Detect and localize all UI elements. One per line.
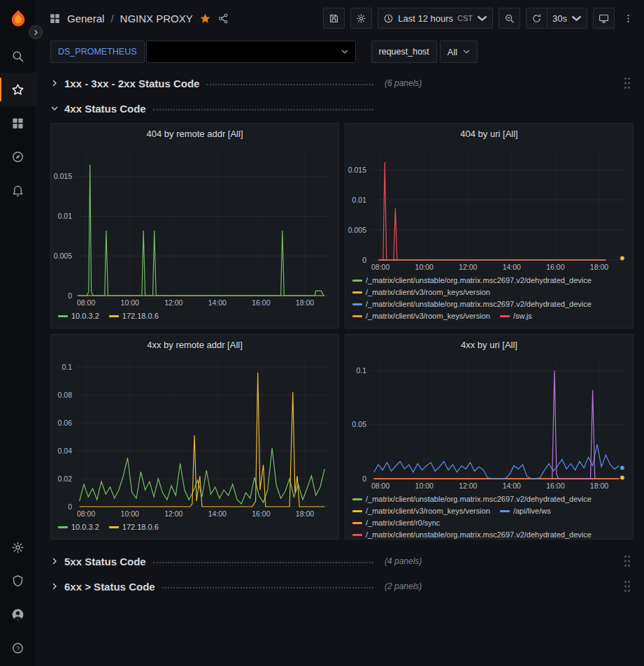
svg-text:0: 0 xyxy=(68,291,72,300)
cycle-view-mode-button[interactable] xyxy=(593,8,615,29)
panel-title[interactable]: 404 by remote addr [All] xyxy=(51,124,338,143)
legend-item[interactable]: /sw.js xyxy=(500,310,532,322)
sidebar-item-help[interactable]: ? xyxy=(0,631,36,665)
row-5xx-status-code[interactable]: 5xx Status Code (4 panels) xyxy=(50,551,634,572)
svg-text:12:00: 12:00 xyxy=(164,509,183,518)
dashboard-content: 1xx - 3xx - 2xx Status Code (6 panels) 4… xyxy=(36,67,644,666)
sidebar-bottom-nav: ? xyxy=(0,530,36,666)
legend-item[interactable]: 10.0.3.2 xyxy=(58,521,99,533)
sidebar-item-settings[interactable] xyxy=(0,530,36,564)
sidebar-item-alerting[interactable] xyxy=(0,173,36,207)
svg-text:10:00: 10:00 xyxy=(415,263,434,271)
timeseries-plot[interactable]: 00.020.040.060.080.108:0010:0012:0014:00… xyxy=(51,354,338,519)
legend-item[interactable]: 10.0.3.2 xyxy=(58,310,99,322)
svg-text:0.06: 0.06 xyxy=(58,419,73,427)
sidebar-item-profile[interactable] xyxy=(0,598,36,631)
sidebar-item-server-admin[interactable] xyxy=(0,564,36,598)
row-drag-handle-icon[interactable] xyxy=(624,555,631,567)
sidebar-item-search[interactable] xyxy=(0,39,36,73)
refresh-interval-dropdown[interactable]: 30s xyxy=(548,8,587,29)
legend-item[interactable]: /_matrix/client/v3/room_keys/version xyxy=(352,310,490,322)
row-drag-handle-icon[interactable] xyxy=(624,77,631,89)
request-host-value-text: All xyxy=(448,47,457,57)
dashboard-settings-button[interactable] xyxy=(350,8,372,29)
zoom-out-button[interactable] xyxy=(499,8,520,29)
row-drag-handle-icon[interactable] xyxy=(624,580,631,593)
legend-item[interactable]: /_matrix/client/unstable/org.matrix.msc2… xyxy=(352,493,592,505)
legend-series-swatch xyxy=(352,315,362,317)
breadcrumb-section[interactable]: General xyxy=(67,13,104,24)
svg-text:10:00: 10:00 xyxy=(415,482,434,490)
row-1xx-3xx-2xx-status-code[interactable]: 1xx - 3xx - 2xx Status Code (6 panels) xyxy=(50,73,634,94)
dashboards-grid-icon xyxy=(11,117,24,130)
legend-item[interactable]: 172.18.0.6 xyxy=(109,521,159,533)
chart-area[interactable]: 00.0050.010.01508:0010:0012:0014:0016:00… xyxy=(51,143,338,308)
bell-icon xyxy=(11,184,24,197)
row-4xx-status-code[interactable]: 4xx Status Code xyxy=(50,98,634,119)
legend-series-swatch xyxy=(352,534,362,536)
gear-icon xyxy=(11,541,24,554)
sidebar-item-explore[interactable] xyxy=(0,140,36,173)
legend-item[interactable]: /_matrix/client/v3/room_keys/version xyxy=(352,505,490,517)
kebab-menu-button[interactable] xyxy=(620,8,636,29)
svg-text:0.05: 0.05 xyxy=(352,420,367,428)
panel-title[interactable]: 4xx by uri [All] xyxy=(345,335,633,354)
grafana-logo-icon[interactable] xyxy=(8,8,29,29)
panel-title[interactable]: 4xx by remote addr [All] xyxy=(51,335,338,354)
legend-series-swatch xyxy=(352,291,362,294)
panel-title-text: 4xx by uri [All] xyxy=(461,340,517,350)
row-title: 5xx Status Code xyxy=(64,556,146,567)
legend-series-swatch xyxy=(58,526,68,528)
svg-text:18:00: 18:00 xyxy=(590,263,608,271)
time-range-picker[interactable]: Last 12 hours CST xyxy=(378,8,493,29)
legend-item[interactable]: /_matrix/client/unstable/org.matrix.msc2… xyxy=(352,529,592,540)
svg-text:16:00: 16:00 xyxy=(546,482,564,490)
sidebar-item-dashboards[interactable] xyxy=(0,106,36,140)
legend-item[interactable]: /_matrix/client/unstable/org.matrix.msc2… xyxy=(352,298,592,310)
row-6xx-status-code[interactable]: 6xx > Status Code (2 panels) xyxy=(50,576,634,597)
request-host-variable-label[interactable]: request_host xyxy=(371,41,437,63)
datasource-value-select[interactable] xyxy=(146,41,356,63)
chevron-down-icon xyxy=(50,104,59,113)
dashboard-actions: Last 12 hours CST 30s xyxy=(323,8,636,29)
sidebar-item-starred[interactable] xyxy=(0,73,36,106)
legend-item[interactable]: /_matrix/client/v3/room_keys/version xyxy=(352,287,490,298)
panel-title[interactable]: 404 by uri [All] xyxy=(345,124,633,143)
legend-series-swatch xyxy=(352,522,362,524)
legend-item[interactable]: /api/live/ws xyxy=(500,505,551,517)
legend-item[interactable]: /_matrix/client/r0/sync xyxy=(352,517,440,529)
row-panel-count: (2 panels) xyxy=(385,581,422,591)
svg-text:0: 0 xyxy=(68,502,72,511)
favorite-star-icon[interactable] xyxy=(199,13,211,24)
svg-text:08:00: 08:00 xyxy=(77,298,95,307)
timezone-label: CST xyxy=(457,14,473,22)
timeseries-plot[interactable]: 00.0050.010.01508:0010:0012:0014:0016:00… xyxy=(51,143,338,308)
save-dashboard-button[interactable] xyxy=(323,8,345,29)
legend-series-swatch xyxy=(500,315,510,317)
legend-series-swatch xyxy=(352,303,362,305)
grafana-app: ? General / NGINX PROXY xyxy=(0,0,644,666)
timeseries-plot[interactable]: 00.0050.010.01508:0010:0012:0014:0016:00… xyxy=(345,143,633,273)
chart-area[interactable]: 00.0050.010.01508:0010:0012:0014:0016:00… xyxy=(345,143,633,273)
svg-text:16:00: 16:00 xyxy=(252,509,270,518)
svg-text:14:00: 14:00 xyxy=(208,298,227,307)
legend-item[interactable]: /_matrix/client/unstable/org.matrix.msc2… xyxy=(352,275,592,287)
breadcrumb-dashboard-title[interactable]: NGINX PROXY xyxy=(120,13,193,24)
refresh-button[interactable] xyxy=(526,8,548,29)
timeseries-plot[interactable]: 00.050.108:0010:0012:0014:0016:0018:00 xyxy=(345,354,633,491)
chevron-down-icon xyxy=(341,50,348,54)
row-panel-count: (6 panels) xyxy=(385,78,422,88)
clock-icon xyxy=(383,13,394,24)
panel-title-text: 404 by remote addr [All] xyxy=(146,129,243,139)
request-host-value-select[interactable]: All xyxy=(440,41,478,63)
share-icon[interactable] xyxy=(217,13,229,24)
chart-area[interactable]: 00.050.108:0010:0012:0014:0016:0018:00 xyxy=(345,354,633,491)
sidebar-expand-button[interactable] xyxy=(29,25,43,39)
svg-text:08:00: 08:00 xyxy=(371,482,389,490)
legend-item[interactable]: 172.18.0.6 xyxy=(109,310,159,322)
svg-text:0.1: 0.1 xyxy=(62,363,72,371)
chart-area[interactable]: 00.020.040.060.080.108:0010:0012:0014:00… xyxy=(51,354,338,519)
datasource-variable-label[interactable]: DS_PROMETHEUS xyxy=(50,41,145,63)
sidebar: ? xyxy=(0,0,36,666)
row-dotted-leader xyxy=(153,562,373,563)
